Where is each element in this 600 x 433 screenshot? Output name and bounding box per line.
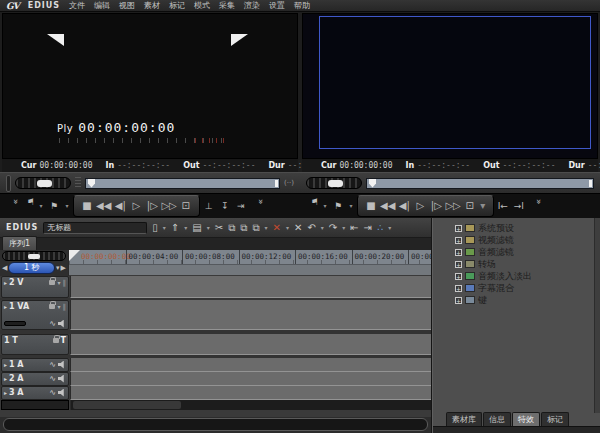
sequence-title-input[interactable]: [43, 222, 147, 234]
track-lane-2a[interactable]: [70, 372, 431, 386]
ripple-trim-icon[interactable]: ⇥: [364, 223, 372, 233]
sync-mode-icon[interactable]: ∴: [377, 223, 383, 233]
track-header-3a[interactable]: ▸ 3 A ∿: [1, 386, 69, 400]
audio-fader[interactable]: [4, 321, 26, 326]
player-shuttle-control[interactable]: [15, 177, 71, 189]
expand-plus-icon[interactable]: +: [455, 297, 462, 304]
expand-icon[interactable]: ▸: [4, 303, 7, 310]
speaker-icon[interactable]: [58, 389, 66, 397]
scrollbar-handle[interactable]: [73, 401, 181, 409]
paste-menu[interactable]: ▾: [265, 225, 268, 231]
expand-plus-icon[interactable]: +: [455, 237, 462, 244]
tree-item-audio-filters[interactable]: + 音频滤镜: [455, 246, 592, 258]
unlink-icon[interactable]: ✕: [294, 223, 302, 233]
export-button[interactable]: ⇥: [234, 198, 248, 214]
menu-edit[interactable]: 编辑: [94, 0, 110, 11]
set-out-button[interactable]: ⚑: [331, 198, 345, 214]
monitor-mode-button[interactable]: ⊡: [463, 198, 477, 214]
set-out-menu-button[interactable]: ▾: [347, 198, 355, 214]
timeline-h-scrollbar[interactable]: [70, 400, 431, 410]
copy-icon[interactable]: ⧉: [228, 223, 235, 233]
more-commands-button[interactable]: »: [4, 199, 20, 213]
tab-marker[interactable]: 标记: [541, 412, 569, 426]
player-position-slider[interactable]: [85, 178, 280, 189]
speaker-icon[interactable]: [58, 320, 66, 328]
scale-menu-icon[interactable]: ▾: [56, 264, 60, 272]
menu-render[interactable]: 渲染: [244, 0, 260, 11]
speaker-icon[interactable]: [58, 375, 66, 383]
tree-item-title-mixer[interactable]: + 字幕混合: [455, 282, 592, 294]
scale-left-icon[interactable]: ◀: [2, 264, 7, 272]
new-sequence-menu[interactable]: ▾: [163, 225, 166, 231]
undo-menu[interactable]: ▾: [321, 225, 324, 231]
menu-help[interactable]: 帮助: [294, 0, 310, 11]
position-marker[interactable]: [88, 179, 95, 188]
expand-icon[interactable]: ▸: [4, 361, 7, 368]
scale-right-icon[interactable]: ▶: [61, 264, 66, 272]
shuttle-handle[interactable]: [37, 180, 52, 187]
menu-settings[interactable]: 设置: [269, 0, 285, 11]
tree-item-transitions[interactable]: + 转场: [455, 258, 592, 270]
track-header-1a[interactable]: ▸ 1 A ∿: [1, 358, 69, 372]
menu-file[interactable]: 文件: [69, 0, 85, 11]
save-project-menu[interactable]: ▾: [207, 225, 210, 231]
waveform-icon[interactable]: ∿: [49, 319, 56, 328]
recorder-shuttle-control[interactable]: [306, 177, 362, 189]
ripple-mode-icon[interactable]: ⇤: [350, 223, 358, 233]
shuttle-handle[interactable]: [328, 180, 343, 187]
speaker-icon[interactable]: [58, 361, 66, 369]
expand-plus-icon[interactable]: +: [455, 285, 462, 292]
play-button[interactable]: ▷: [129, 198, 143, 214]
track-header-2v[interactable]: ▸ 2 V ▾ ‖: [1, 276, 69, 298]
edge-grip-handle[interactable]: [6, 175, 11, 192]
lock-icon[interactable]: [49, 280, 55, 285]
expand-icon[interactable]: ▸: [4, 375, 7, 382]
tab-bin[interactable]: 素材库: [446, 412, 482, 426]
waveform-icon[interactable]: ∿: [49, 388, 56, 397]
set-out-menu-button[interactable]: ▾: [63, 198, 71, 214]
expand-icon[interactable]: ▸: [4, 389, 7, 396]
set-in-button[interactable]: ⚑: [305, 198, 319, 214]
overwrite-to-timeline-button[interactable]: ↧: [218, 198, 232, 214]
tree-item-system-presets[interactable]: + 系统预设: [455, 222, 592, 234]
new-sequence-icon[interactable]: ▯: [152, 223, 158, 233]
goto-out-button[interactable]: →I: [512, 198, 526, 214]
paste-icon[interactable]: ⧉: [240, 223, 247, 233]
tab-info[interactable]: 信息: [483, 412, 511, 426]
next-frame-button[interactable]: |▷: [429, 198, 443, 214]
track-lane-2v[interactable]: [70, 276, 431, 298]
playhead-icon[interactable]: [69, 250, 80, 261]
menu-view[interactable]: 视图: [119, 0, 135, 11]
timeline-ruler[interactable]: 00:00:00:00 00:00:04:00 00:00:08:00 00:0…: [69, 250, 431, 265]
expand-plus-icon[interactable]: +: [455, 225, 462, 232]
track-lane-3a[interactable]: [70, 386, 431, 400]
menu-capture[interactable]: 采集: [219, 0, 235, 11]
play-button[interactable]: ▷: [413, 198, 427, 214]
stop-button[interactable]: ■: [364, 198, 378, 214]
expand-plus-icon[interactable]: +: [455, 273, 462, 280]
player-screen[interactable]: Ply 00:00:00:00: [2, 13, 298, 159]
fast-forward-button[interactable]: ▷▷: [445, 198, 460, 214]
timescale-value[interactable]: 1 秒: [8, 262, 55, 274]
insert-to-timeline-button[interactable]: ⊥: [202, 198, 216, 214]
set-in-menu-button[interactable]: ▾: [37, 198, 45, 214]
more-commands-button[interactable]: »: [249, 199, 265, 213]
duplicate-icon[interactable]: ⧉: [252, 223, 259, 233]
track-lane-1t[interactable]: [70, 334, 431, 355]
monitor-mode-button[interactable]: ⊡: [179, 198, 193, 214]
goto-in-button[interactable]: I←: [496, 198, 510, 214]
recorder-position-slider[interactable]: [366, 178, 594, 189]
redo-icon[interactable]: ↷: [329, 223, 337, 233]
delete-icon[interactable]: ✕: [273, 223, 281, 233]
menu-clip[interactable]: 素材: [144, 0, 160, 11]
undo-icon[interactable]: ↶: [307, 223, 315, 233]
save-project-icon[interactable]: ▤: [192, 223, 201, 233]
next-frame-button[interactable]: |▷: [145, 198, 159, 214]
audio-output-icon[interactable]: (··): [284, 179, 294, 187]
panel-v-scrollbar[interactable]: [594, 218, 600, 413]
waveform-icon[interactable]: ∿: [49, 374, 56, 383]
track-lane-1va[interactable]: [70, 300, 431, 330]
set-out-button[interactable]: ⚑: [47, 198, 61, 214]
menu-mode[interactable]: 模式: [194, 0, 210, 11]
track-header-1va[interactable]: ▸ 1 VA ▾ ‖ ∿: [1, 300, 69, 330]
